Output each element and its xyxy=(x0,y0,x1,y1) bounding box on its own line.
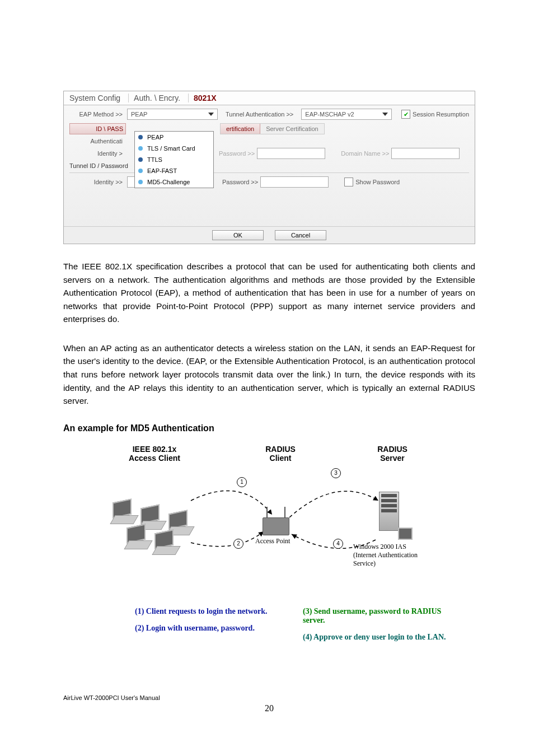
caption-step-1: (1) Client requests to login the network… xyxy=(135,607,280,616)
paragraph-2: When an AP acting as an authenticator de… xyxy=(63,342,475,408)
subtab-server-certification[interactable]: Server Certification xyxy=(260,124,324,134)
tunnel-auth-value: EAP-MSCHAP v2 xyxy=(305,111,354,118)
eap-option-peap[interactable]: PEAP xyxy=(135,132,213,143)
tab-strip: System Config Auth. \ Encry. 8021X xyxy=(64,91,475,105)
eap-method-value: PEAP xyxy=(131,111,147,118)
ok-button[interactable]: OK xyxy=(212,230,264,240)
identity-label-upper: Identity > xyxy=(69,150,125,157)
section-divider xyxy=(69,172,469,173)
cert-subtabs: ertification Server Certification xyxy=(220,123,325,134)
step-marker-2: 2 xyxy=(233,539,243,549)
laptop-icon xyxy=(154,531,179,554)
eap-option-tls[interactable]: TLS / Smart Card xyxy=(135,143,213,154)
footer-text: AirLive WT-2000PCI User's Manual xyxy=(63,694,475,701)
tab-auth-encry[interactable]: Auth. \ Encry. xyxy=(128,91,188,105)
domain-name-input[interactable] xyxy=(391,148,460,159)
paragraph-1: The IEEE 802.1X specification describes … xyxy=(63,260,475,326)
chevron-down-icon xyxy=(382,113,388,116)
chevron-down-icon xyxy=(208,113,214,116)
laptop-icon xyxy=(127,526,151,548)
password-input-2[interactable] xyxy=(260,176,329,188)
heading-md5-example: An example for MD5 Authentication xyxy=(63,423,475,433)
access-point-icon xyxy=(263,517,289,535)
subtab-certification[interactable]: ertification xyxy=(221,124,260,134)
checkbox-icon xyxy=(344,178,353,186)
eap-option-eapfast[interactable]: EAP-FAST xyxy=(135,165,213,176)
password-input-1[interactable] xyxy=(257,148,325,159)
eap-method-select[interactable]: PEAP xyxy=(127,109,218,120)
tunnel-auth-select[interactable]: EAP-MSCHAP v2 xyxy=(301,109,392,120)
step-marker-3: 3 xyxy=(331,468,341,478)
panel-8021x: EAP Method >> PEAP Tunnel Authentication… xyxy=(64,105,475,226)
eap-option-md5[interactable]: MD5-Challenge xyxy=(135,176,213,188)
show-password-label: Show Password xyxy=(355,179,400,185)
sidetab-id-pass[interactable]: ID \ PASS xyxy=(69,123,126,134)
dialog-buttons: OK Cancel xyxy=(64,226,475,244)
page-number: 20 xyxy=(63,703,475,713)
tab-8021x[interactable]: 8021X xyxy=(188,91,224,105)
tunnel-auth-label: Tunnel Authentication >> xyxy=(226,111,293,118)
password-label-2: Password >> xyxy=(222,179,258,185)
diagram-label-client: IEEE 802.1xAccess Client xyxy=(118,445,191,463)
diagram-label-radius-client: RADIUSClient xyxy=(258,445,303,463)
caption-step-2: (2) Login with username, password. xyxy=(135,624,280,633)
identity-label-lower: Identity >> xyxy=(69,179,125,185)
tab-system-config[interactable]: System Config xyxy=(64,91,128,105)
diagram-label-radius-server: RADIUSServer xyxy=(370,445,415,463)
password-label-1: Password >> xyxy=(219,150,255,157)
eap-option-ttls[interactable]: TTLS xyxy=(135,154,213,165)
md5-auth-diagram: IEEE 802.1xAccess Client RADIUSClient RA… xyxy=(113,445,426,607)
checkbox-icon: ✔ xyxy=(401,110,410,119)
show-password-checkbox[interactable]: Show Password xyxy=(344,178,400,186)
laptop-icon xyxy=(113,501,137,523)
caption-step-3: (3) Send username, password to RADIUS se… xyxy=(303,607,448,625)
diagram-label-ap: Access Point xyxy=(255,537,290,545)
step-marker-4: 4 xyxy=(333,539,343,549)
domain-name-label: Domain Name >> xyxy=(341,150,389,157)
diagram-label-ias: Windows 2000 IAS(Internet Authentication… xyxy=(353,543,443,568)
laptop-group-icon xyxy=(113,495,191,557)
eap-method-label: EAP Method >> xyxy=(69,111,125,118)
eap-method-dropdown: PEAP TLS / Smart Card TTLS EAP-FAST MD5-… xyxy=(134,131,214,188)
step-marker-1: 1 xyxy=(237,477,247,487)
config-dialog: System Config Auth. \ Encry. 8021X EAP M… xyxy=(63,91,475,244)
server-icon xyxy=(379,492,410,539)
caption-step-4: (4) Approve or deny user login to the LA… xyxy=(303,633,448,642)
cancel-button[interactable]: Cancel xyxy=(275,230,326,240)
session-resumption-label: Session Resumption xyxy=(413,111,469,118)
sidetab-authentication[interactable]: Authenticati xyxy=(69,138,125,144)
session-resumption-checkbox[interactable]: ✔ Session Resumption xyxy=(401,110,469,119)
